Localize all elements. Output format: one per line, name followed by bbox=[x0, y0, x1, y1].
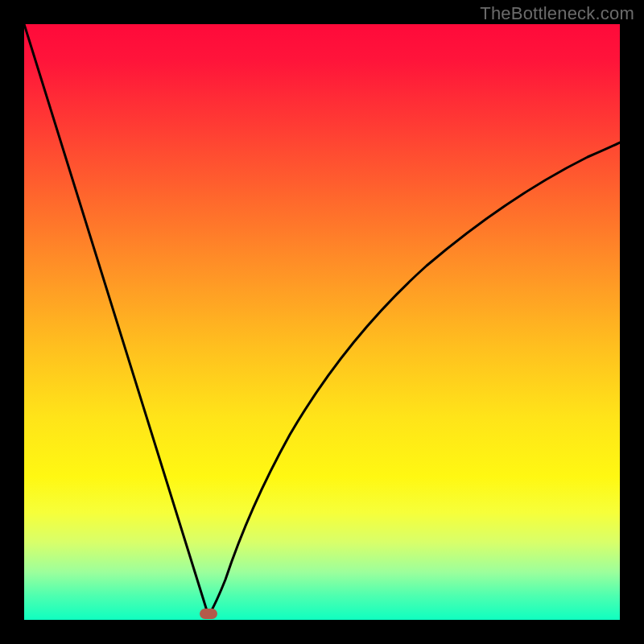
curve-layer bbox=[24, 24, 620, 620]
bottleneck-curve bbox=[24, 24, 620, 616]
plot-area bbox=[24, 24, 620, 620]
vertex-marker bbox=[200, 609, 217, 619]
chart-frame: TheBottleneck.com bbox=[0, 0, 644, 644]
watermark-text: TheBottleneck.com bbox=[480, 3, 634, 24]
